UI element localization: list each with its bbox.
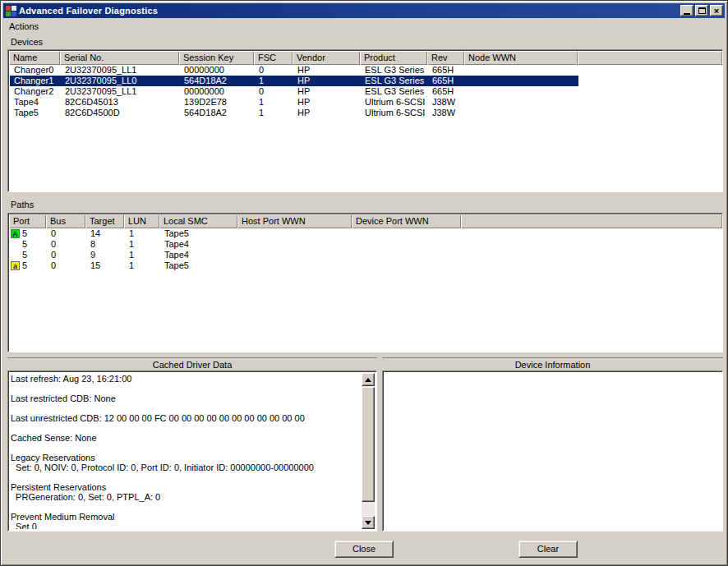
path-cell-port: 5 bbox=[10, 250, 47, 260]
path-cell-target: 15 bbox=[86, 260, 125, 271]
device-cell-rev: J38W bbox=[428, 97, 465, 108]
device-information-label: Device Information bbox=[382, 357, 723, 370]
path-cell-local_smc: Tape5 bbox=[160, 260, 238, 271]
device-row[interactable]: Tape582C6D4500D564D18A21HPUltrium 6-SCSI… bbox=[10, 108, 578, 118]
column-header-bus[interactable]: Bus bbox=[46, 214, 85, 228]
title-bar: Advanced Failover Diagnostics × bbox=[3, 3, 725, 18]
device-row[interactable]: Changer02U32370095_LL1000000000HPESL G3 … bbox=[10, 65, 578, 76]
menu-actions[interactable]: Actions bbox=[3, 20, 44, 33]
device-cell-rev: 665H bbox=[428, 76, 465, 86]
port-value: 5 bbox=[22, 239, 27, 250]
minimize-icon bbox=[684, 13, 690, 15]
path-cell-local_smc: Tape5 bbox=[160, 228, 238, 239]
column-header-serial-no-[interactable]: Serial No. bbox=[60, 51, 179, 65]
column-header-vendor[interactable]: Vendor bbox=[293, 51, 360, 65]
devices-table-body: Changer02U32370095_LL1000000000HPESL G3 … bbox=[10, 65, 721, 190]
device-cell-node_wwn bbox=[465, 97, 578, 108]
path-row[interactable]: a50151Tape5 bbox=[10, 260, 462, 271]
column-header-session-key[interactable]: Session Key bbox=[179, 51, 254, 65]
device-cell-name: Changer1 bbox=[10, 76, 61, 86]
path-cell-lun: 1 bbox=[125, 239, 160, 250]
app-icon bbox=[6, 6, 16, 16]
path-row[interactable]: A50141Tape5 bbox=[10, 228, 462, 239]
column-header-lun[interactable]: LUN bbox=[124, 214, 159, 228]
column-header-port[interactable]: Port bbox=[9, 214, 46, 228]
device-cell-fsc: 0 bbox=[255, 65, 293, 76]
cached-driver-data-scrollbar[interactable] bbox=[362, 373, 375, 529]
scroll-down-icon bbox=[365, 521, 371, 525]
device-cell-product: Ultrium 6-SCSI bbox=[361, 97, 428, 108]
column-header-device-port-wwn[interactable]: Device Port WWN bbox=[352, 214, 461, 228]
path-cell-target: 14 bbox=[86, 228, 125, 239]
port-status-badge-green: A bbox=[11, 229, 20, 238]
minimize-button[interactable] bbox=[680, 5, 693, 16]
paths-table: PortBusTargetLUNLocal SMCHost Port WWNDe… bbox=[7, 213, 723, 352]
column-header-name[interactable]: Name bbox=[9, 51, 60, 65]
device-cell-serial: 2U32370095_LL0 bbox=[61, 76, 180, 86]
device-row[interactable]: Changer22U32370095_LL1000000000HPESL G3 … bbox=[10, 86, 578, 97]
device-row[interactable]: Tape482C6D45013139D2E781HPUltrium 6-SCSI… bbox=[10, 97, 578, 108]
device-cell-node_wwn bbox=[465, 86, 578, 97]
device-cell-node_wwn bbox=[465, 65, 578, 76]
device-cell-name: Changer0 bbox=[10, 65, 61, 76]
devices-table-header: NameSerial No.Session KeyFSCVendorProduc… bbox=[9, 51, 722, 65]
column-header-fsc[interactable]: FSC bbox=[254, 51, 293, 65]
path-cell-device_port_wwn bbox=[352, 239, 462, 250]
path-row[interactable]: 5081Tape4 bbox=[10, 239, 462, 250]
devices-section-label: Devices bbox=[11, 37, 43, 47]
device-cell-product: ESL G3 Series bbox=[361, 76, 428, 86]
device-cell-rev: 665H bbox=[428, 65, 465, 76]
device-cell-name: Changer2 bbox=[10, 86, 61, 97]
column-header-rev[interactable]: Rev bbox=[427, 51, 464, 65]
scrollbar-thumb[interactable] bbox=[362, 387, 375, 502]
device-cell-rev: 665H bbox=[428, 86, 465, 97]
path-cell-host_port_wwn bbox=[238, 250, 352, 260]
device-cell-session_key: 564D18A2 bbox=[180, 108, 255, 118]
column-header-host-port-wwn[interactable]: Host Port WWN bbox=[237, 214, 352, 228]
path-cell-host_port_wwn bbox=[238, 260, 352, 271]
path-cell-host_port_wwn bbox=[238, 239, 352, 250]
paths-table-header: PortBusTargetLUNLocal SMCHost Port WWNDe… bbox=[9, 214, 722, 228]
paths-section-label: Paths bbox=[11, 200, 34, 209]
device-cell-product: ESL G3 Series bbox=[361, 86, 428, 97]
device-cell-name: Tape5 bbox=[10, 108, 61, 118]
device-cell-serial: 2U32370095_LL1 bbox=[61, 86, 180, 97]
device-cell-vendor: HP bbox=[293, 108, 361, 118]
path-cell-device_port_wwn bbox=[352, 260, 462, 271]
port-value: 5 bbox=[22, 228, 27, 239]
path-cell-device_port_wwn bbox=[352, 228, 462, 239]
maximize-button[interactable] bbox=[695, 5, 708, 16]
device-cell-fsc: 0 bbox=[255, 86, 293, 97]
window-title: Advanced Failover Diagnostics bbox=[19, 6, 680, 16]
column-header-filler bbox=[461, 214, 722, 228]
device-cell-vendor: HP bbox=[293, 65, 361, 76]
device-cell-serial: 2U32370095_LL1 bbox=[61, 65, 180, 76]
device-row[interactable]: Changer12U32370095_LL0564D18A21HPESL G3 … bbox=[10, 76, 578, 86]
path-cell-target: 9 bbox=[86, 250, 125, 260]
close-dialog-button[interactable]: Close bbox=[334, 541, 394, 558]
device-cell-session_key: 00000000 bbox=[180, 86, 255, 97]
device-information-text bbox=[385, 374, 705, 529]
clear-button[interactable]: Clear bbox=[518, 541, 578, 558]
scroll-down-button[interactable] bbox=[362, 516, 375, 529]
close-button[interactable]: × bbox=[710, 5, 723, 16]
path-cell-bus: 0 bbox=[47, 228, 86, 239]
port-value: 5 bbox=[22, 250, 27, 260]
menu-bar: Actions bbox=[3, 19, 725, 33]
device-information-box bbox=[382, 370, 723, 531]
path-cell-bus: 0 bbox=[47, 250, 86, 260]
path-cell-lun: 1 bbox=[125, 250, 160, 260]
path-cell-target: 8 bbox=[86, 239, 125, 250]
column-header-target[interactable]: Target bbox=[85, 214, 124, 228]
column-header-node-wwn[interactable]: Node WWN bbox=[464, 51, 578, 65]
path-cell-local_smc: Tape4 bbox=[160, 250, 238, 260]
path-cell-lun: 1 bbox=[125, 228, 160, 239]
scroll-up-button[interactable] bbox=[362, 373, 375, 386]
path-cell-port: 5 bbox=[10, 239, 47, 250]
column-header-product[interactable]: Product bbox=[360, 51, 427, 65]
path-cell-port: A5 bbox=[10, 228, 47, 239]
device-cell-vendor: HP bbox=[293, 76, 361, 86]
column-header-local-smc[interactable]: Local SMC bbox=[159, 214, 237, 228]
path-row[interactable]: 5091Tape4 bbox=[10, 250, 462, 260]
path-cell-bus: 0 bbox=[47, 260, 86, 271]
